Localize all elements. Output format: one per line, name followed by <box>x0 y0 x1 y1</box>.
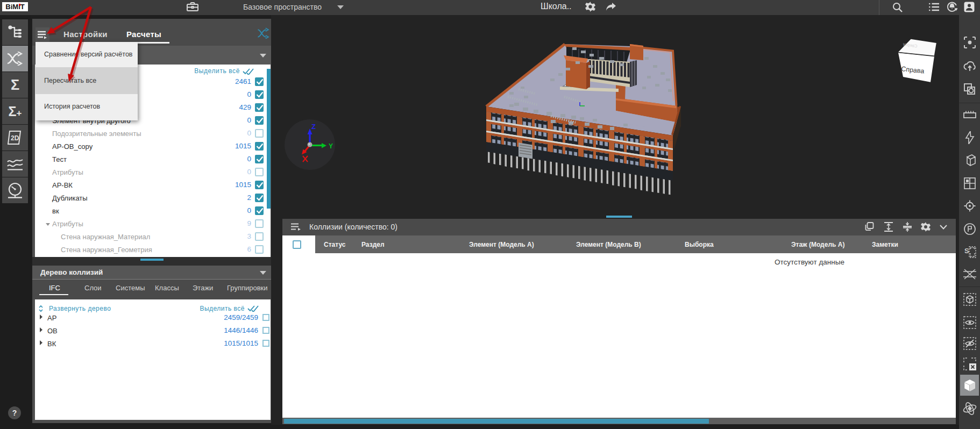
svg-text:Y: Y <box>329 142 333 150</box>
svg-text:Z: Z <box>311 123 316 131</box>
svg-text:2D: 2D <box>11 134 19 142</box>
svg-text:S: S <box>964 247 969 255</box>
